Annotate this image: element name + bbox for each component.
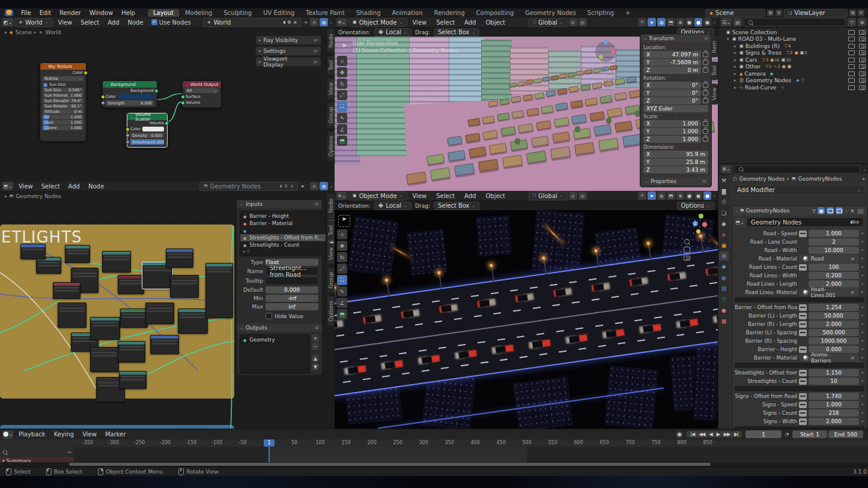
editor-type-outliner-icon[interactable]: ☰⌄ [721, 18, 732, 26]
sky-param-air[interactable]: Air1.000 [43, 115, 83, 119]
selectability-icon[interactable]: ➤ [648, 191, 656, 200]
workspace-tab-shading[interactable]: Shading [351, 9, 386, 17]
sky-param-ozone[interactable]: Ozone1.000 [43, 125, 83, 130]
decorator-animate-icon[interactable] [799, 264, 807, 271]
decorator-dot[interactable]: • [861, 282, 864, 287]
menu-render[interactable]: Render [55, 10, 85, 16]
decorator-dot[interactable]: • [861, 290, 864, 295]
jump-to-start-button[interactable]: |◀ [688, 432, 696, 437]
lock-icon[interactable] [703, 83, 708, 88]
viewport-tab-item[interactable]: Item [711, 37, 718, 58]
decorator-dot[interactable]: • [861, 419, 864, 424]
add-primitive-tool-icon[interactable]: ⬒ [337, 309, 347, 319]
transform-dimensions-z[interactable]: Z3.43 m [643, 166, 708, 173]
input-item-barrier-material[interactable]: ●Barrier - Material [240, 220, 326, 227]
param-road-speed[interactable]: Road - Speed1.000• [735, 230, 864, 237]
input-item-barrier-height[interactable]: ●Barrier - Height [240, 212, 326, 220]
measure-tool-icon[interactable]: ∠ [337, 298, 347, 308]
remove-output-button[interactable]: − [312, 343, 319, 350]
sky-param-dust[interactable]: Dust1.000 [43, 120, 83, 125]
edit-mode-display-toggle[interactable]: ▦ [818, 207, 825, 214]
pin-icon[interactable]: ⌖ [301, 183, 304, 190]
editor-type-timeline-icon[interactable]: 🕓⌄ [2, 430, 13, 439]
render-display-toggle[interactable] [836, 207, 843, 214]
param-signs-count[interactable]: Signs - Count218• [735, 409, 864, 417]
panel-settings[interactable]: ▸Settings≡ [255, 46, 321, 56]
proportional-edit-icon[interactable]: ◎ [578, 18, 587, 26]
decorator-dot[interactable]: • [861, 355, 864, 361]
sidebar-tab-node[interactable]: Node [327, 29, 335, 52]
disable-in-render-icon[interactable] [859, 30, 866, 35]
transform-tool-icon[interactable]: ⛶ [337, 275, 347, 285]
geo-node[interactable] [166, 249, 193, 268]
snap-magnet-icon[interactable]: ∪ [569, 191, 577, 200]
input-item-streetlights-count[interactable]: ●Streetlights - Count [240, 241, 326, 249]
background-color-swatch[interactable] [118, 94, 154, 99]
value-slider[interactable]: 218 [809, 409, 859, 417]
snapping-icon[interactable]: ∩ [310, 18, 318, 26]
field-max[interactable]: inf [266, 303, 318, 310]
viewport-menu-select[interactable]: Select [432, 19, 459, 26]
timeline-ruler[interactable]: -350-300-250-200-150-100-501501001502002… [0, 439, 868, 448]
sky-param-sun-intensit[interactable]: Sun Intensit1.000 [43, 93, 83, 98]
transform-scale-x[interactable]: X1.000 [643, 120, 701, 127]
play-reverse-button[interactable]: ◀ [708, 432, 714, 437]
material-field[interactable]: Road-Lines.001× [799, 288, 859, 297]
transform-tool-icon[interactable]: ⛶ [337, 101, 347, 112]
modifier-tab[interactable]: ⚙ [719, 252, 729, 261]
outliner-row-road-curve[interactable]: ▸∿Road-Curve∿ [718, 84, 868, 91]
timeline-menu-playback[interactable]: Playback [14, 431, 50, 438]
sidebar-tab-view[interactable]: View [327, 78, 335, 99]
value-slider[interactable]: 0.000 [809, 346, 859, 353]
decorator-animate-icon[interactable] [799, 418, 807, 425]
shading-rendered-icon[interactable]: ● [703, 18, 711, 26]
value-slider[interactable]: 1000.000 [809, 337, 859, 345]
shader-menu-node[interactable]: Node [124, 19, 148, 26]
new-collection-icon[interactable]: ⊞ [858, 18, 866, 26]
shading-wireframe-icon[interactable]: ⊕ [676, 191, 684, 200]
viewport-menu-add[interactable]: Add [460, 193, 480, 199]
transform-orientation-dropdown[interactable]: ⛶Global⌄ [529, 191, 568, 200]
mode-dropdown[interactable]: ▣Object Mode⌄ [348, 18, 407, 27]
selectability-icon[interactable]: ➤ [648, 18, 656, 26]
decorator-animate-icon[interactable] [799, 393, 807, 400]
socket-background-out[interactable] [154, 89, 159, 93]
blender-logo-icon[interactable] [5, 10, 13, 16]
geo-node[interactable] [36, 257, 61, 274]
decorator-animate-icon[interactable] [799, 330, 807, 336]
new-scene-button[interactable]: ⧉ [767, 10, 774, 16]
value-slider[interactable]: 10 [809, 378, 859, 385]
move-output-up-button[interactable]: ▲ [312, 355, 319, 362]
add-primitive-tool-icon[interactable]: ⬒ [337, 136, 347, 146]
value-slider[interactable]: 2.000 [809, 280, 859, 288]
transform-rotation-y[interactable]: Y0° [643, 89, 701, 97]
measure-tool-icon[interactable]: ∠ [337, 124, 347, 134]
viewlayer-selector[interactable]: ❏ViewLayer [784, 9, 848, 17]
value-slider[interactable]: 1.000 [809, 230, 859, 237]
param-signs-offset-from-road[interactable]: Signs - Offset from Road1.740• [735, 393, 864, 400]
unlink-id-icon[interactable]: × [293, 20, 297, 25]
decorator-dot[interactable]: • [861, 273, 864, 279]
toolbar-select-box-icon[interactable]: ➤ [338, 215, 350, 227]
camera-view-icon[interactable] [607, 83, 613, 88]
disable-in-render-icon[interactable] [859, 44, 866, 49]
shader-menu-select[interactable]: Select [76, 19, 103, 26]
play-button[interactable]: ▶ [715, 432, 721, 437]
sky-type-dropdown[interactable]: Nishita⌄ [43, 76, 83, 81]
toolbar-select-box-icon[interactable]: ➤ [338, 41, 350, 53]
move-tool-icon[interactable]: ✥ [337, 67, 347, 77]
annotate-tool-icon[interactable]: ✎ [337, 286, 347, 297]
param-road-lines-count[interactable]: Road Lines - Count100• [735, 264, 864, 271]
use-preview-range-icon[interactable]: ◔ [783, 430, 791, 439]
viewport-menu-view[interactable]: View [408, 19, 431, 26]
transform-rotation-x[interactable]: X0° [643, 82, 701, 89]
rotate-tool-icon[interactable]: ↻ [337, 79, 347, 89]
decorator-animate-icon[interactable] [799, 313, 807, 319]
value-slider[interactable]: 2 [809, 238, 859, 246]
xray-icon[interactable]: ⬒ [667, 18, 675, 26]
hide-in-viewport-icon[interactable] [848, 37, 855, 41]
shading-material-icon[interactable]: ● [694, 18, 702, 26]
decorator-dot[interactable]: • [861, 265, 864, 270]
param-barrier-height[interactable]: Barrier - Height0.000• [735, 346, 864, 353]
close-modifier-icon[interactable]: × [850, 208, 855, 214]
